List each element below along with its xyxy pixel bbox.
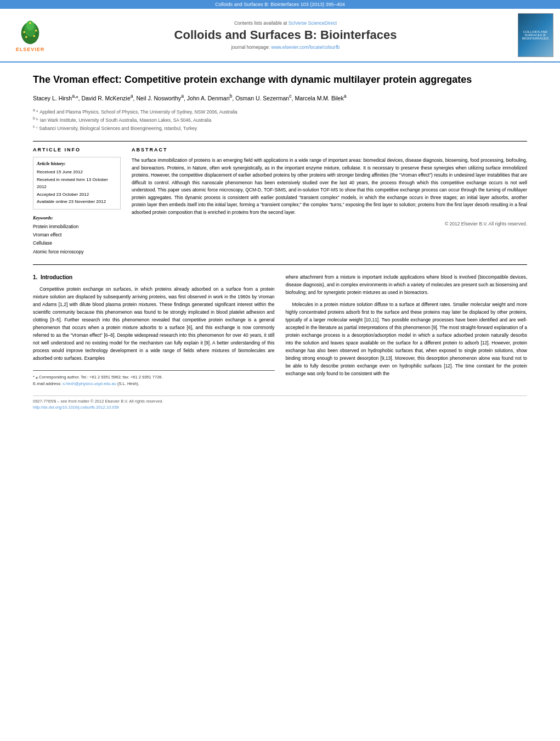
journal-citation: Colloids and Surfaces B: Biointerfaces 1… (215, 2, 345, 7)
paper-title: The Vroman effect: Competitive protein e… (33, 73, 527, 86)
article-info-abstract-section: ARTICLE INFO Article history: Received 1… (33, 141, 527, 256)
affil-a-text: ᵃ Applied and Plasma Physics, School of … (36, 109, 237, 114)
received-date: Received 15 June 2012 (37, 168, 117, 176)
affil-a: a ᵃ Applied and Plasma Physics, School o… (33, 108, 527, 116)
intro-right-para2: Molecules in a protein mixture solution … (286, 301, 528, 377)
intro-right-column: where attachment from a mixture is impor… (286, 273, 528, 387)
introduction-section: 1. Introduction Competitive protein exch… (33, 273, 527, 387)
journal-title-area: Contents lists available at SciVerse Sci… (60, 13, 511, 57)
section-number: 1. (33, 274, 37, 280)
journal-title: Colloids and Surfaces B: Biointerfaces (60, 28, 511, 42)
journal-homepage-line: journal homepage: www.elsevier.com/locat… (60, 44, 511, 50)
keywords-label: Keywords: (33, 215, 121, 220)
sciverse-link[interactable]: SciVerse ScienceDirect (289, 20, 337, 26)
email-link[interactable]: s.hirsh@physics.usyd.edu.au (63, 381, 116, 386)
email-label: E-mail address: (33, 381, 61, 386)
affiliations: a ᵃ Applied and Plasma Physics, School o… (33, 108, 527, 133)
keyword-3: Cellulase (33, 239, 121, 247)
cover-text: COLLOIDS AND SURFACES B: BIOINTERFACES (520, 30, 551, 40)
corresponding-author-note: * ⁎ Corresponding author. Tel.: +61 2 93… (33, 374, 275, 381)
affil-b-text: ᵇ Ian Wark Institute, University of Sout… (36, 117, 211, 123)
article-info-column: ARTICLE INFO Article history: Received 1… (33, 147, 121, 256)
email-footnote: E-mail address: s.hirsh@physics.usyd.edu… (33, 381, 275, 387)
abstract-text: The surface immobilization of proteins i… (132, 157, 527, 217)
affil-c: c ᶜ Sabanci University, Biological Scien… (33, 124, 527, 132)
affil-b: b ᵇ Ian Wark Institute, University of So… (33, 116, 527, 124)
intro-left-column: 1. Introduction Competitive protein exch… (33, 273, 275, 387)
section-divider (33, 264, 527, 265)
journal-citation-bar: Colloids and Surfaces B: Biointerfaces 1… (0, 0, 560, 9)
intro-heading: 1. Introduction (33, 273, 275, 282)
article-history-box: Article history: Received 15 June 2012 R… (33, 157, 121, 210)
email-suffix: (S.L. Hirsh). (117, 381, 139, 386)
keyword-2: Vroman effect (33, 231, 121, 239)
svg-point-6 (25, 36, 27, 38)
svg-point-8 (29, 22, 31, 24)
authors-line: Stacey L. Hirsha,*, David R. McKenziea, … (33, 93, 527, 103)
abstract-heading: ABSTRACT (132, 147, 527, 152)
keyword-4: Atomic force microscopy (33, 248, 121, 256)
elsevier-brand-text: ELSEVIER (16, 47, 45, 52)
accepted-date: Accepted 23 October 2012 (37, 191, 117, 199)
bottom-bar: 0927-7765/$ – see front matter © 2012 El… (0, 395, 560, 410)
intro-para1: Competitive protein exchange on surfaces… (33, 285, 275, 362)
journal-header: ELSEVIER Contents lists available at Sci… (0, 9, 560, 63)
doi-link[interactable]: http://dx.doi.org/10.1016/j.colsurfb.201… (33, 405, 527, 410)
copyright-line: © 2012 Elsevier B.V. All rights reserved… (132, 221, 527, 227)
elsevier-logo-area: ELSEVIER (5, 13, 55, 57)
sciverse-prefix: Contents lists available at (234, 20, 287, 26)
homepage-label: journal homepage: (231, 44, 270, 50)
svg-point-4 (23, 31, 25, 33)
bottom-info: 0927-7765/$ – see front matter © 2012 El… (33, 395, 527, 410)
homepage-link[interactable]: www.elsevier.com/locate/colsurfb (271, 44, 340, 50)
history-label: Article history: (37, 161, 117, 166)
keywords-section: Keywords: Protein immobilization Vroman … (33, 215, 121, 256)
available-date: Available online 23 November 2012 (37, 198, 117, 206)
main-content: The Vroman effect: Competitive protein e… (0, 73, 560, 387)
svg-point-5 (35, 30, 37, 32)
intro-right-para1: where attachment from a mixture is impor… (286, 273, 528, 296)
issn-line: 0927-7765/$ – see front matter © 2012 El… (33, 399, 527, 404)
revised-date: Received in revised form 13 October 2012 (37, 176, 117, 191)
cover-thumbnail: COLLOIDS AND SURFACES B: BIOINTERFACES (518, 13, 553, 57)
svg-point-7 (33, 35, 35, 37)
elsevier-tree-icon (14, 18, 47, 46)
footnote-area: * ⁎ Corresponding author. Tel.: +61 2 93… (33, 370, 275, 387)
keyword-1: Protein immobilization (33, 223, 121, 231)
affil-c-text: ᶜ Sabanci University, Biological Science… (36, 126, 197, 131)
article-info-heading: ARTICLE INFO (33, 147, 121, 152)
abstract-column: ABSTRACT The surface immobilization of p… (132, 147, 527, 256)
journal-cover-image: COLLOIDS AND SURFACES B: BIOINTERFACES (516, 13, 555, 57)
corresponding-text: ⁎ Corresponding author. Tel.: +61 2 9351… (36, 375, 163, 380)
sciverse-line: Contents lists available at SciVerse Sci… (60, 20, 511, 26)
